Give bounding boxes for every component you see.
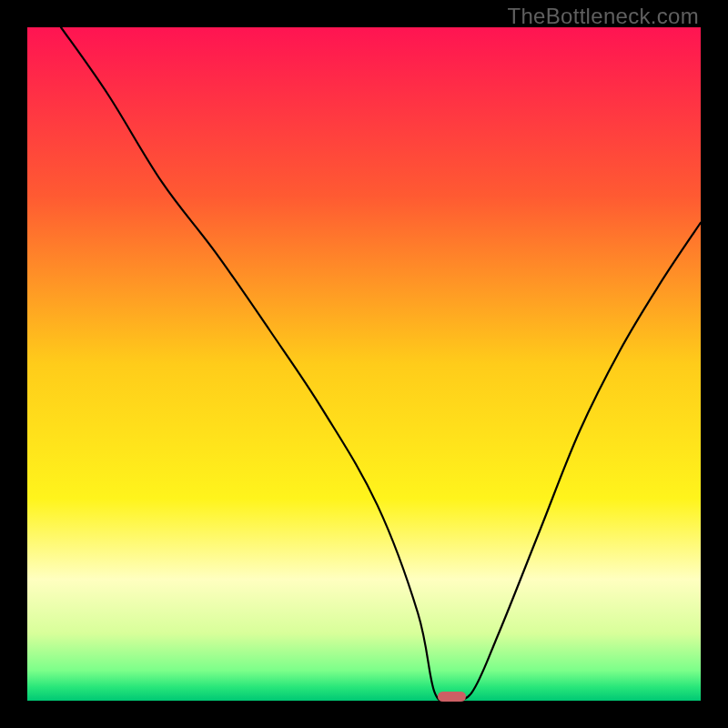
curve-layer [27,27,701,701]
plot-area [27,27,701,701]
chart-frame: TheBottleneck.com [0,0,728,728]
watermark-text: TheBottleneck.com [507,4,699,29]
bottleneck-curve [61,27,701,701]
optimum-marker [438,692,466,703]
